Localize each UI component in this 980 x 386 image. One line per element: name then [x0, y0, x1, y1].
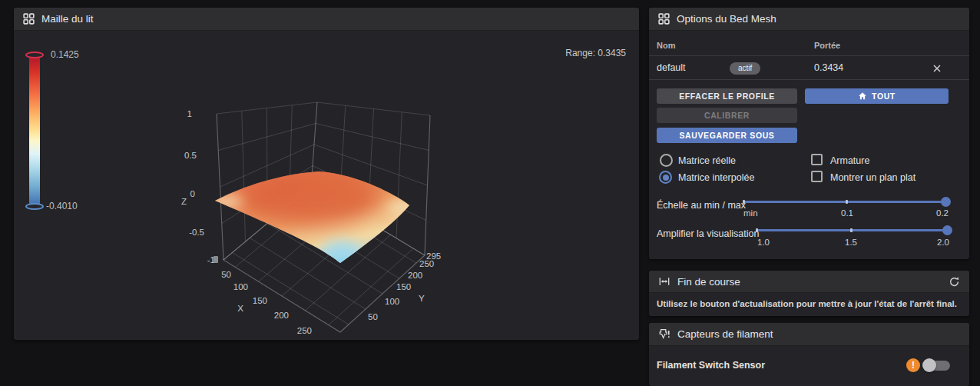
- svg-text:X: X: [237, 304, 243, 313]
- bed-mesh-card-header[interactable]: Maille du lit: [14, 8, 639, 31]
- remove-profile-icon[interactable]: [932, 63, 942, 74]
- options-card-header[interactable]: Options du Bed Mesh: [649, 8, 969, 31]
- svg-text:150: 150: [253, 296, 267, 305]
- divider: [649, 55, 969, 56]
- radio-real-matrix-label: Matrice réelle: [678, 155, 736, 167]
- filament-card-header[interactable]: Capteurs de filament: [649, 323, 969, 346]
- scale-slider-tick: [846, 200, 848, 204]
- svg-text:50: 50: [221, 270, 231, 279]
- bed-mesh-plot-area: Range: 0.3435 0.1425 -0.4010: [14, 31, 639, 340]
- svg-text:50: 50: [368, 312, 378, 321]
- sensor-warning-icon: !: [906, 358, 920, 372]
- endstops-card: Fin de course Utilisez le bouton d'actua…: [649, 271, 969, 316]
- svg-text:295: 295: [426, 251, 441, 261]
- checkbox-flat-plane-label: Montrer un plan plat: [830, 171, 915, 184]
- svg-text:150: 150: [396, 282, 411, 291]
- home-all-label: TOUT: [872, 92, 896, 101]
- sensor-toggle-knob[interactable]: [922, 358, 936, 372]
- profile-name: default: [657, 62, 686, 73]
- x-axis-ticks: 50 100 150 200 250: [221, 270, 312, 335]
- column-header-range: Portée: [814, 41, 840, 50]
- refresh-icon[interactable]: [949, 276, 960, 288]
- home-icon: [858, 92, 867, 101]
- save-as-label: SAUVEGARDER SOUS: [680, 131, 775, 140]
- svg-text:-0.5: -0.5: [189, 228, 204, 237]
- scale-mid-label: 0.1: [837, 208, 857, 218]
- column-header-name: Nom: [657, 41, 675, 50]
- boost-slider-label: Amplifier la visualisation: [657, 228, 759, 240]
- home-all-button[interactable]: TOUT: [805, 88, 949, 104]
- svg-text:100: 100: [233, 282, 248, 291]
- options-card-title: Options du Bed Mesh: [677, 13, 776, 25]
- profile-range-value: 0.3434: [814, 62, 843, 73]
- svg-text:100: 100: [385, 297, 399, 306]
- origin-corner-marker: [214, 256, 218, 263]
- clear-profile-label: EFFACER LE PROFILE: [679, 92, 775, 101]
- boost-slider-thumb[interactable]: [942, 225, 952, 235]
- svg-text:0: 0: [190, 189, 195, 198]
- scale-slider-label: Échelle au min / max: [657, 199, 746, 211]
- endstop-icon: [658, 276, 670, 287]
- boost-slider-tick: [850, 228, 853, 232]
- bed-mesh-card: Maille du lit Range: 0.3435 0.1425 -0.40…: [14, 8, 639, 340]
- z-axis-ticks: 1 0.5 0 -0.5 -1: [184, 109, 215, 265]
- filament-sensor-icon: [658, 328, 670, 340]
- divider: [649, 79, 969, 80]
- filament-sensors-card: Capteurs de filament Filament Switch Sen…: [649, 323, 969, 386]
- bed-mesh-options-card: Options du Bed Mesh Nom Portée default a…: [649, 8, 969, 259]
- bed-mesh-3d-plot[interactable]: 1 0.5 0 -0.5 -1 50 100 150 200 250 50 10…: [14, 31, 639, 340]
- svg-text:250: 250: [297, 326, 312, 335]
- calibrate-label: CALIBRER: [704, 111, 750, 120]
- svg-text:Y: Y: [419, 294, 425, 303]
- svg-text:200: 200: [408, 271, 422, 280]
- checkbox-flat-plane[interactable]: [811, 171, 823, 182]
- svg-text:Z: Z: [181, 197, 187, 206]
- scale-max-label: 0.2: [929, 208, 949, 218]
- boost-min-label: 1.0: [757, 238, 770, 247]
- filament-card-title: Capteurs de filament: [677, 328, 773, 340]
- y-axis-ticks: 50 100 150 200 250 295: [368, 251, 441, 321]
- checkbox-wireframe[interactable]: [811, 154, 823, 165]
- boost-slider-tick: [756, 228, 758, 232]
- active-badge: actif: [730, 62, 760, 75]
- checkbox-wireframe-label: Armature: [830, 155, 869, 167]
- bed-mesh-grid-icon: [23, 13, 35, 25]
- svg-text:200: 200: [274, 311, 289, 320]
- radio-interpolated-matrix-label: Matrice interpolée: [678, 171, 754, 184]
- endstops-card-title: Fin de course: [677, 276, 740, 288]
- clear-profile-button[interactable]: EFFACER LE PROFILE: [657, 88, 797, 104]
- calibrate-button[interactable]: CALIBRER: [657, 108, 797, 123]
- filament-sensor-label: Filament Switch Sensor: [657, 359, 765, 371]
- svg-text:0.5: 0.5: [184, 151, 197, 160]
- scale-slider-thumb[interactable]: [941, 197, 951, 207]
- scale-min-label: min: [743, 208, 758, 218]
- boost-mid-label: 1.5: [841, 238, 861, 247]
- endstops-card-header[interactable]: Fin de course: [649, 271, 969, 293]
- radio-real-matrix[interactable]: [660, 154, 673, 167]
- scale-slider-tick: [743, 200, 745, 204]
- mesh-surface: [203, 168, 427, 279]
- boost-max-label: 2.0: [930, 238, 949, 247]
- endstops-message: Utilisez le bouton d'actualisation pour …: [657, 299, 957, 308]
- bed-mesh-card-title: Maille du lit: [41, 13, 94, 25]
- options-grid-icon: [658, 13, 670, 25]
- save-as-button[interactable]: SAUVEGARDER SOUS: [657, 128, 797, 143]
- radio-interpolated-matrix[interactable]: [659, 171, 672, 184]
- svg-text:1: 1: [187, 109, 192, 118]
